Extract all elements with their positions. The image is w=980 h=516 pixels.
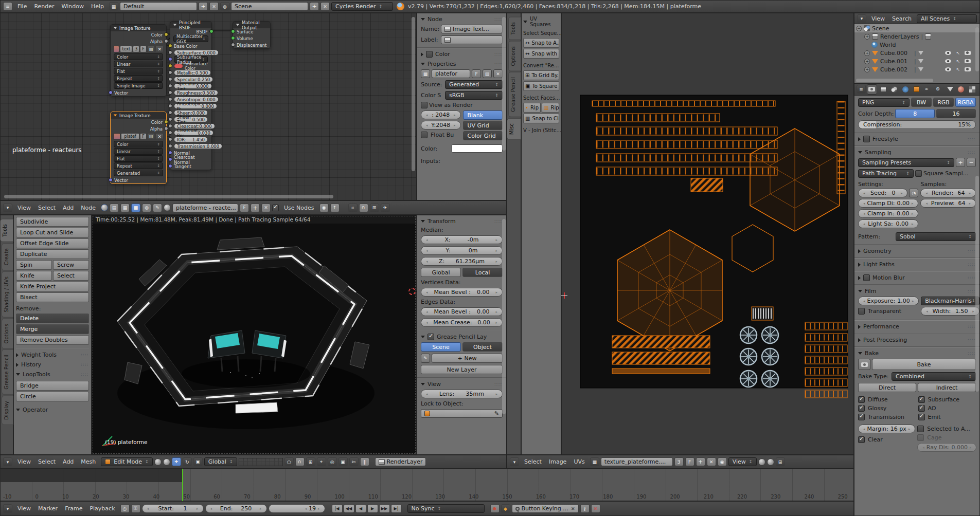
- edge-crease-field[interactable]: Mean Crease:0.00: [421, 318, 503, 327]
- snap-cursor-button[interactable]: ▥Snap to Cl...: [523, 114, 559, 123]
- menu-item[interactable]: View: [14, 205, 34, 211]
- filter-width-field[interactable]: Width:1.50: [921, 307, 979, 316]
- image-datablock-field[interactable]: texture_plateforme....: [601, 457, 673, 466]
- node-dropdown[interactable]: Flat: [114, 68, 163, 75]
- node-name-field[interactable]: Image Text...: [441, 25, 503, 33]
- tab-grease-pencil[interactable]: Grease Pencil: [2, 349, 13, 395]
- tab-display[interactable]: Display: [2, 396, 13, 425]
- collapse-icon[interactable]: −: [856, 26, 862, 31]
- median-y-field[interactable]: Y:0m: [421, 246, 503, 255]
- motion-blur-checkbox[interactable]: [863, 274, 870, 281]
- param-input-socket[interactable]: [168, 110, 172, 115]
- v-scrollbar[interactable]: [502, 17, 506, 151]
- proportional-edit-dropdown[interactable]: ○: [284, 457, 294, 466]
- motion-blur-panel[interactable]: Motion Blur: [858, 274, 976, 281]
- unlink-image-button[interactable]: [493, 69, 503, 78]
- image-icon[interactable]: ▦: [421, 69, 430, 78]
- close-scene-button[interactable]: [320, 2, 330, 11]
- menu-item[interactable]: Playback: [86, 505, 118, 512]
- bsdf-param-slider[interactable]: Specular Tint:0.000: [170, 83, 211, 89]
- mode-dropdown[interactable]: View: [728, 457, 757, 466]
- pin-icon[interactable]: [319, 204, 329, 212]
- add-preset-button[interactable]: [956, 158, 965, 167]
- v-scrollbar[interactable]: [975, 27, 979, 71]
- menu-item[interactable]: Node: [77, 205, 99, 211]
- cage-checkbox[interactable]: [917, 434, 924, 441]
- post-processing-panel[interactable]: Post Processing: [858, 337, 976, 343]
- rip-faces-button[interactable]: ▥Rip: [542, 103, 559, 113]
- use-nodes-checkbox[interactable]: [272, 205, 279, 211]
- generated-type-blank[interactable]: Blank: [463, 110, 503, 120]
- tab-shading-uvs[interactable]: Shading / UVs: [2, 271, 13, 318]
- light-sampling-field[interactable]: Light Sa:0.00: [858, 219, 918, 228]
- orientation-dropdown[interactable]: Global: [204, 457, 237, 466]
- collapsed-panel[interactable]: History: [16, 361, 89, 368]
- tab-modifiers[interactable]: [934, 84, 944, 95]
- bake-pass[interactable]: Subsurface: [918, 396, 976, 403]
- lock-icon[interactable]: ⚿: [131, 504, 140, 513]
- surface-input-socket[interactable]: [231, 29, 235, 33]
- edge-bevel-field[interactable]: Mean Bevel :0.00: [421, 307, 503, 316]
- node-image-texture-2[interactable]: Image Texture Color Alpha platef F Color…: [110, 112, 167, 184]
- editor-type-button[interactable]: [3, 504, 12, 513]
- node-dropdown[interactable]: Repeat: [114, 75, 163, 82]
- jump-start-button[interactable]: |◀: [332, 504, 343, 513]
- tool-button[interactable]: Select: [53, 271, 89, 281]
- prev-keyframe-button[interactable]: ◀◀: [344, 504, 354, 513]
- tab-constraints[interactable]: [923, 84, 933, 95]
- node-dropdown[interactable]: Linear: [114, 148, 163, 155]
- displacement-input-socket[interactable]: [231, 43, 235, 47]
- renderability-camera-icon[interactable]: [965, 59, 971, 63]
- h-scrollbar[interactable]: [4, 195, 333, 198]
- freestyle-checkbox[interactable]: [863, 136, 870, 142]
- clamp-indirect-field[interactable]: Clamp In:0.00: [858, 209, 918, 218]
- gp-new-button[interactable]: New: [432, 354, 503, 363]
- tab-scene[interactable]: [889, 84, 899, 95]
- viewport-shading-dropdown[interactable]: [154, 458, 162, 466]
- lock-object-field[interactable]: [421, 409, 503, 418]
- lens-field[interactable]: Lens:35mm: [421, 390, 503, 398]
- view-as-render-checkbox[interactable]: [421, 102, 427, 108]
- tab-tools[interactable]: Tools: [0, 219, 13, 242]
- depth-16-toggle[interactable]: 16: [936, 109, 976, 118]
- menu-item[interactable]: Select: [521, 458, 545, 465]
- tab-world[interactable]: [900, 84, 911, 95]
- vector-input-socket[interactable]: [109, 178, 113, 182]
- open-image-icon[interactable]: [147, 133, 155, 140]
- snap-icon[interactable]: ⌗: [348, 204, 358, 212]
- menu-item[interactable]: Add: [59, 458, 77, 465]
- vector-input-socket[interactable]: [109, 90, 113, 95]
- tool-button[interactable]: Duplicate: [16, 249, 89, 259]
- visibility-eye-icon[interactable]: [945, 59, 951, 63]
- width-field[interactable]: : 2048: [421, 110, 461, 119]
- gp-object-tab[interactable]: Object: [462, 342, 503, 352]
- render-icon[interactable]: ✈: [381, 204, 390, 212]
- geometry-panel[interactable]: Geometry: [858, 248, 976, 254]
- menu-item[interactable]: Search: [888, 15, 915, 22]
- fake-user-button[interactable]: F: [472, 69, 481, 78]
- median-x-field[interactable]: X:-0m: [421, 235, 503, 244]
- scene-icon[interactable]: ◍: [220, 2, 229, 11]
- bw-toggle[interactable]: BW: [911, 98, 932, 107]
- pin-icon[interactable]: [718, 457, 727, 466]
- bake-pass[interactable]: Transmission: [858, 414, 916, 420]
- play-reverse-button[interactable]: ◀: [355, 504, 366, 513]
- height-field[interactable]: Y:2048: [421, 121, 461, 130]
- menu-item[interactable]: Select: [34, 458, 59, 465]
- render-samples-field[interactable]: Render:64: [920, 189, 976, 197]
- file-format-dropdown[interactable]: PNG: [858, 98, 910, 107]
- rip-button[interactable]: •Rip: [523, 103, 541, 113]
- expand-icon[interactable]: +: [864, 34, 870, 40]
- menu-item[interactable]: Window: [58, 3, 87, 10]
- unlink-image-icon[interactable]: [155, 133, 164, 140]
- image-datablock[interactable]: text 3 F: [113, 46, 164, 52]
- bsdf-param-slider[interactable]: Transmission:0.000: [170, 143, 211, 150]
- menu-item[interactable]: Add: [59, 205, 77, 211]
- scale-manipulator[interactable]: [193, 457, 203, 466]
- performance-panel[interactable]: Performance: [858, 323, 976, 330]
- end-frame-field[interactable]: End:250: [205, 504, 267, 513]
- float-buffer-checkbox[interactable]: [421, 132, 427, 138]
- delete-keyframe-button[interactable]: ✕: [591, 504, 600, 513]
- mode-dropdown[interactable]: Edit Mode: [101, 457, 152, 466]
- square-samples-checkbox[interactable]: [915, 170, 922, 177]
